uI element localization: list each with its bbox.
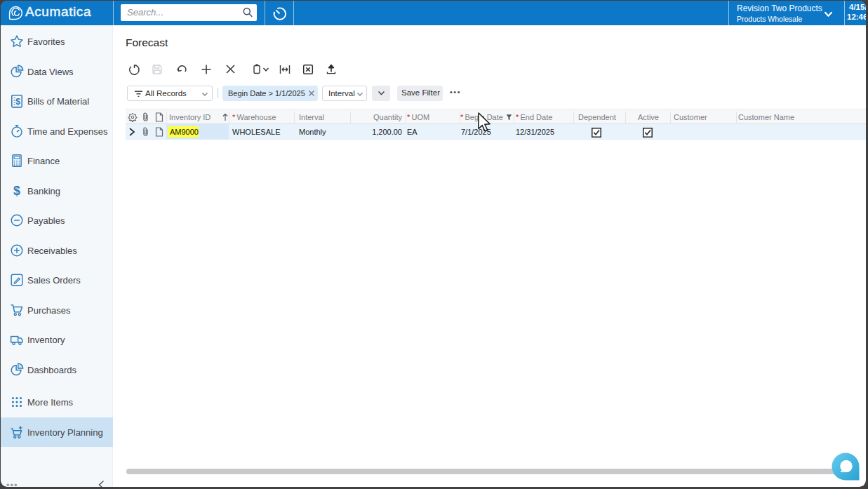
svg-text:$: $	[13, 184, 20, 198]
svg-text:$: $	[15, 97, 20, 107]
